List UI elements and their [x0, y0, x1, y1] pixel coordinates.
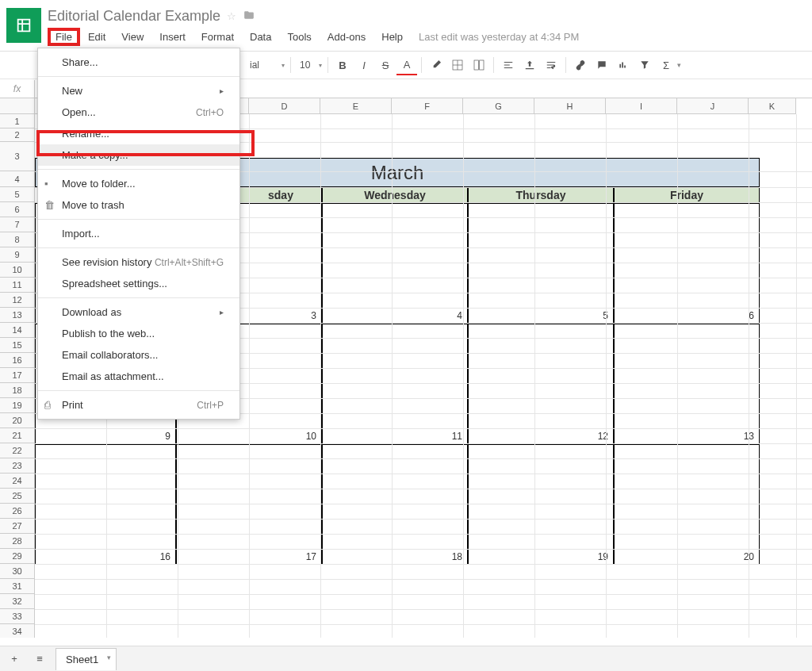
- menu-addons[interactable]: Add-ons: [320, 28, 373, 46]
- calendar-cell: 11: [322, 324, 468, 444]
- row-header-4[interactable]: 4: [0, 171, 35, 187]
- row-header-22[interactable]: 22: [0, 443, 35, 458]
- all-sheets-button[interactable]: ≡: [30, 650, 49, 669]
- menu-publish[interactable]: Publish to the web...: [38, 323, 239, 344]
- row-header-30[interactable]: 30: [0, 564, 35, 579]
- row-header-26[interactable]: 26: [0, 504, 35, 519]
- menu-file[interactable]: File: [48, 28, 80, 46]
- menu-rename[interactable]: Rename...: [38, 123, 239, 144]
- column-header-k[interactable]: K: [749, 98, 796, 114]
- borders-button[interactable]: [447, 55, 468, 75]
- select-all-corner[interactable]: [0, 98, 35, 114]
- calendar-cell: 19: [468, 444, 614, 565]
- menu-import[interactable]: Import...: [38, 223, 239, 244]
- row-header-12[interactable]: 12: [0, 293, 35, 308]
- row-header-13[interactable]: 13: [0, 308, 35, 323]
- text-wrap-button[interactable]: [541, 55, 561, 75]
- last-edit-text[interactable]: Last edit was yesterday at 4:34 PM: [419, 31, 579, 43]
- row-header-7[interactable]: 7: [0, 217, 35, 232]
- row-header-25[interactable]: 25: [0, 489, 35, 504]
- column-header-e[interactable]: E: [320, 98, 392, 114]
- sheet-tabs-bar: + ≡ Sheet1: [0, 646, 812, 671]
- row-header-18[interactable]: 18: [0, 383, 35, 398]
- sheets-logo[interactable]: [6, 8, 41, 43]
- row-header-2[interactable]: 2: [0, 128, 35, 142]
- row-header-1[interactable]: 1: [0, 114, 35, 128]
- comment-button[interactable]: [592, 55, 612, 75]
- row-header-15[interactable]: 15: [0, 338, 35, 353]
- row-header-31[interactable]: 31: [0, 579, 35, 594]
- menu-email-collaborators[interactable]: Email collaborators...: [38, 344, 239, 366]
- column-header-h[interactable]: H: [534, 98, 606, 114]
- menu-download-as[interactable]: Download as▸: [38, 301, 239, 323]
- folder-icon[interactable]: [243, 10, 255, 23]
- menu-open[interactable]: Open...Ctrl+O: [38, 102, 239, 123]
- row-header-10[interactable]: 10: [0, 263, 35, 278]
- font-family-select[interactable]: ial: [245, 58, 286, 72]
- menu-data[interactable]: Data: [242, 28, 279, 46]
- menu-move-to-trash[interactable]: 🗑Move to trash: [38, 194, 239, 216]
- filter-button[interactable]: [634, 55, 655, 75]
- column-header-f[interactable]: F: [392, 98, 463, 114]
- row-header-24[interactable]: 24: [0, 474, 35, 489]
- fill-color-button[interactable]: [426, 55, 446, 75]
- row-header-5[interactable]: 5: [0, 187, 35, 202]
- row-header-19[interactable]: 19: [0, 398, 35, 413]
- app-header: Editorial Calendar Example ☆ File Edit V…: [0, 0, 812, 52]
- add-sheet-button[interactable]: +: [5, 650, 24, 669]
- menu-revision-history[interactable]: See revision historyCtrl+Alt+Shift+G: [38, 251, 239, 273]
- menu-new[interactable]: New▸: [38, 80, 239, 102]
- row-header-3[interactable]: 3: [0, 142, 35, 171]
- menu-insert[interactable]: Insert: [151, 28, 193, 46]
- row-header-8[interactable]: 8: [0, 232, 35, 247]
- functions-button[interactable]: Σ: [656, 55, 676, 75]
- document-title[interactable]: Editorial Calendar Example: [48, 8, 220, 25]
- merge-cells-button[interactable]: [469, 55, 489, 75]
- menu-view[interactable]: View: [113, 28, 151, 46]
- row-header-17[interactable]: 17: [0, 368, 35, 383]
- row-header-20[interactable]: 20: [0, 413, 35, 428]
- column-header-i[interactable]: I: [606, 98, 677, 114]
- row-header-9[interactable]: 9: [0, 247, 35, 263]
- row-header-21[interactable]: 21: [0, 428, 35, 443]
- strikethrough-button[interactable]: S: [375, 55, 396, 75]
- row-header-34[interactable]: 34: [0, 624, 35, 638]
- calendar-cell: 12: [468, 324, 614, 444]
- row-header-6[interactable]: 6: [0, 202, 35, 217]
- row-header-33[interactable]: 33: [0, 609, 35, 624]
- row-header-11[interactable]: 11: [0, 278, 35, 293]
- menu-move-to-folder[interactable]: ▪Move to folder...: [38, 173, 239, 194]
- font-size-select[interactable]: 10: [295, 58, 324, 72]
- column-header-g[interactable]: G: [463, 98, 534, 114]
- calendar-cell: 4: [322, 203, 468, 324]
- row-header-32[interactable]: 32: [0, 594, 35, 609]
- calendar-day-thursday: Thursday: [468, 187, 614, 203]
- menu-share[interactable]: Share...: [38, 52, 239, 73]
- vertical-align-button[interactable]: [519, 55, 540, 75]
- sheet-tab-sheet1[interactable]: Sheet1: [56, 648, 117, 670]
- menu-edit[interactable]: Edit: [80, 28, 113, 46]
- star-icon[interactable]: ☆: [227, 10, 236, 22]
- row-header-14[interactable]: 14: [0, 323, 35, 338]
- column-header-j[interactable]: J: [677, 98, 749, 114]
- menu-format[interactable]: Format: [193, 28, 242, 46]
- text-color-button[interactable]: A: [396, 55, 417, 75]
- bold-button[interactable]: B: [332, 55, 353, 75]
- menu-spreadsheet-settings[interactable]: Spreadsheet settings...: [38, 273, 239, 294]
- row-header-29[interactable]: 29: [0, 549, 35, 564]
- menu-make-a-copy[interactable]: Make a copy...: [38, 144, 239, 166]
- menu-tools[interactable]: Tools: [279, 28, 319, 46]
- row-header-27[interactable]: 27: [0, 519, 35, 534]
- svg-rect-4: [480, 60, 484, 70]
- horizontal-align-button[interactable]: [498, 55, 519, 75]
- row-header-23[interactable]: 23: [0, 458, 35, 474]
- italic-button[interactable]: I: [354, 55, 374, 75]
- chart-button[interactable]: [613, 55, 634, 75]
- column-header-d[interactable]: D: [249, 98, 320, 114]
- row-header-28[interactable]: 28: [0, 534, 35, 549]
- menu-help[interactable]: Help: [373, 28, 411, 46]
- menu-email-attachment[interactable]: Email as attachment...: [38, 366, 239, 387]
- menu-print[interactable]: ⎙PrintCtrl+P: [38, 394, 239, 416]
- row-header-16[interactable]: 16: [0, 353, 35, 368]
- link-button[interactable]: [570, 55, 591, 75]
